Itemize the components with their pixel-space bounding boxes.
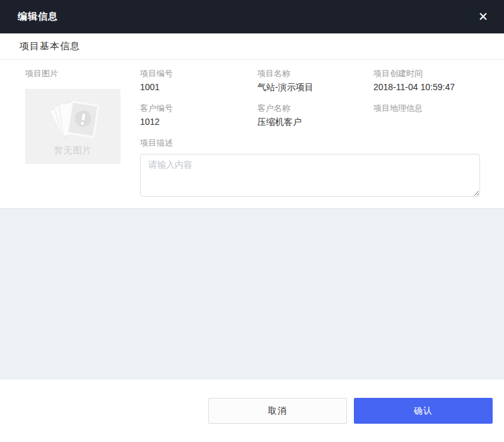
section-title: 项目基本信息 <box>20 40 80 52</box>
no-image-text: 暂无图片 <box>54 145 92 156</box>
field-label: 项目创建时间 <box>373 68 480 79</box>
field-label: 客户编号 <box>140 103 257 114</box>
field-label: 项目描述 <box>140 137 480 149</box>
dialog-backdrop-area <box>0 209 504 380</box>
field-label: 客户名称 <box>257 103 373 114</box>
field-customer-name: 客户名称 压缩机客户 <box>257 103 373 128</box>
field-value: 1012 <box>140 115 257 128</box>
field-customer-code: 客户编号 1012 <box>140 103 257 128</box>
no-image-icon <box>43 97 103 145</box>
confirm-button[interactable]: 确认 <box>354 398 493 424</box>
dialog-title: 编辑信息 <box>18 11 58 23</box>
field-label: 项目地理信息 <box>373 103 480 114</box>
project-image-field: 项目图片 暂无图片 <box>25 68 120 197</box>
field-project-name: 项目名称 气站-演示项目 <box>257 68 373 93</box>
section-title-row: 项目基本信息 <box>0 33 504 60</box>
project-image-upload[interactable]: 暂无图片 <box>25 89 120 164</box>
field-project-code: 项目编号 1001 <box>140 68 257 93</box>
dialog-footer: 取消 确认 <box>0 380 504 442</box>
field-project-description: 项目描述 <box>140 137 480 199</box>
field-label: 项目名称 <box>257 68 373 79</box>
field-label: 项目编号 <box>140 68 257 79</box>
field-value: 压缩机客户 <box>257 115 373 128</box>
form-body: 项目图片 暂无图片 <box>0 60 504 209</box>
field-value: 2018-11-04 10:59:47 <box>373 81 480 93</box>
field-created-time: 项目创建时间 2018-11-04 10:59:47 <box>373 68 480 93</box>
project-image-label: 项目图片 <box>25 68 120 79</box>
cancel-button[interactable]: 取消 <box>208 398 347 424</box>
edit-info-dialog: 编辑信息 ✕ 项目基本信息 项目图片 <box>0 0 504 442</box>
field-value: 气站-演示项目 <box>257 81 373 93</box>
fields-grid: 项目编号 1001 项目名称 气站-演示项目 项目创建时间 2018-11-04… <box>140 68 480 197</box>
project-description-input[interactable] <box>140 154 480 197</box>
close-icon[interactable]: ✕ <box>475 9 491 25</box>
field-value: 1001 <box>140 81 257 93</box>
dialog-header: 编辑信息 ✕ <box>0 0 504 33</box>
field-geo-info: 项目地理信息 <box>373 103 480 128</box>
